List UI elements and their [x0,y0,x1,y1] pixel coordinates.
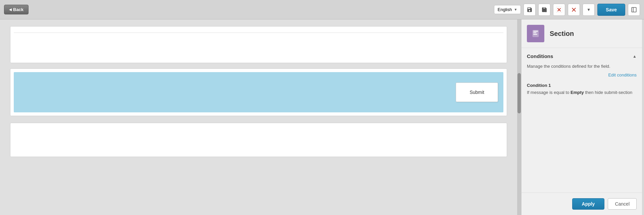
floppy-icon [527,7,533,13]
layout-button[interactable] [628,4,640,16]
condition-text-suffix: then hide submit-section [584,90,633,95]
svg-rect-11 [533,34,537,35]
section-inner-bottom [14,126,503,153]
save-floppy-button[interactable] [524,4,536,16]
svg-rect-9 [533,31,538,32]
condition-1-title: Condition 1 [527,83,637,88]
language-dropdown-arrow: ▼ [514,8,517,11]
edit-conditions-link[interactable]: Edit conditions [527,72,637,77]
floppy-copy-icon [541,7,547,13]
section-divider [14,33,503,33]
condition-1-text: If message is equal to Empty then hide s… [527,89,637,96]
sidebar-footer: Apply Cancel [522,193,642,215]
submit-button-preview: Submit [456,83,498,102]
conditions-title: Conditions [527,53,553,59]
close-icon [571,7,577,13]
collapse-conditions-button[interactable]: ▲ [633,54,637,59]
save-copy-button[interactable] [538,4,550,16]
scrollbar-track[interactable] [517,19,521,215]
back-button[interactable]: Back [4,5,29,14]
condition-text-bold: Empty [571,90,584,95]
condition-text-prefix: If message is equal to [527,90,571,95]
scrollbar-thumb[interactable] [517,73,521,113]
submit-outer-section[interactable]: Submit [10,68,507,116]
toolbar: Back English ▼ ▼ Save [0,0,644,19]
svg-rect-10 [533,33,536,33]
section-icon [531,29,540,38]
editor-area: Submit [0,19,517,215]
conditions-description: Manage the conditions defined for the fi… [527,63,637,70]
save-button[interactable]: Save [597,4,625,16]
conditions-header: Conditions ▲ [527,53,637,59]
layout-icon [631,7,637,13]
discard-button[interactable] [553,4,565,16]
sidebar-section-title: Section [550,30,574,38]
condition-block-1: Condition 1 If message is equal to Empty… [527,83,637,96]
dropdown-icon: ▼ [587,7,591,12]
language-label: English [498,7,512,12]
svg-rect-6 [632,7,636,12]
sidebar-body: Conditions ▲ Manage the conditions defin… [522,48,642,193]
main-content: Submit Section Condition [0,19,644,215]
submit-section[interactable]: Submit [14,72,503,112]
right-edge-bar [642,19,644,215]
close-button[interactable] [568,4,580,16]
more-options-button[interactable]: ▼ [583,4,595,16]
section-block-top [10,26,507,63]
section-icon-box [527,25,544,42]
cancel-button[interactable]: Cancel [608,198,637,210]
section-inner-top [14,33,503,59]
language-selector[interactable]: English ▼ [494,5,521,14]
discard-icon [556,7,562,13]
right-sidebar: Section Conditions ▲ Manage the conditio… [521,19,642,215]
section-block-bottom [10,123,507,157]
apply-button[interactable]: Apply [572,198,605,210]
sidebar-header: Section [522,19,642,48]
